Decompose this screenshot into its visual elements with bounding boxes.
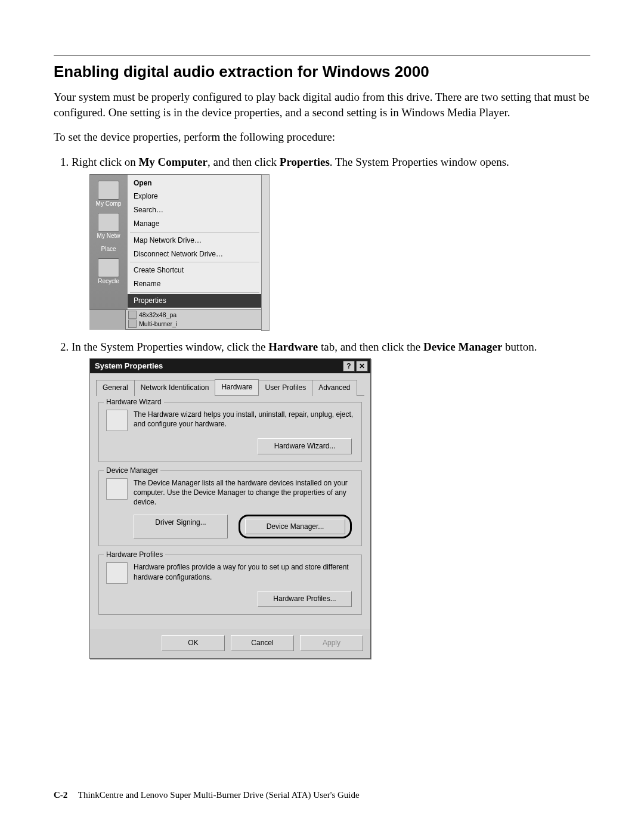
step2-pre: In the System Properties window, click t…: [72, 340, 268, 353]
tab-advanced[interactable]: Advanced: [312, 380, 357, 396]
group-device-manager: Device Manager The Device Manager lists …: [98, 470, 362, 546]
section-title: Enabling digital audio extraction for Wi…: [54, 63, 590, 81]
top-rule: [54, 55, 590, 55]
device-manager-highlight: Device Manager...: [239, 515, 352, 539]
my-computer-label: My Comp: [90, 200, 127, 208]
device-manager-icon: [106, 478, 128, 500]
menu-rename[interactable]: Rename: [128, 277, 262, 291]
hardware-profiles-icon: [106, 562, 128, 584]
step2-device-manager: Device Manager: [423, 340, 502, 353]
dialog-title: System Properties: [95, 361, 163, 371]
recycle-label: Recycle: [90, 277, 127, 286]
guide-title: ThinkCentre and Lenovo Super Multi-Burne…: [78, 790, 360, 800]
figure-context-menu: My Comp My Netw Place Recycle Open Explo…: [89, 174, 262, 330]
driver-signing-button[interactable]: Driver Signing...: [134, 515, 228, 539]
hardware-wizard-text: The Hardware wizard helps you install, u…: [134, 410, 354, 429]
recycle-bin-icon[interactable]: [98, 258, 119, 277]
tray-text-2: Multi-burner_i: [139, 320, 177, 329]
step1-properties: Properties: [280, 156, 330, 168]
step1-pre: Right click on: [72, 156, 138, 168]
step2-hardware: Hardware: [268, 340, 318, 353]
menu-separator-1: [130, 232, 259, 233]
cancel-button[interactable]: Cancel: [231, 635, 294, 651]
step1-mycomputer: My Computer: [138, 156, 208, 168]
tray-item-1[interactable]: 48x32x48_pa: [126, 311, 262, 320]
lead-paragraph: To set the device properties, perform th…: [54, 129, 590, 145]
tab-network-identification[interactable]: Network Identification: [134, 380, 216, 396]
taskbar-tray: 48x32x48_pa Multi-burner_i: [125, 310, 262, 330]
menu-disconnect-drive[interactable]: Disconnect Network Drive…: [128, 247, 262, 261]
close-button[interactable]: ✕: [356, 361, 368, 371]
menu-create-shortcut[interactable]: Create Shortcut: [128, 264, 262, 277]
device-manager-text: The Device Manager lists all the hardwar…: [134, 478, 354, 507]
step1-post: . The System Properties window opens.: [330, 156, 509, 168]
dialog-tabs: General Network Identification Hardware …: [96, 379, 364, 396]
desktop-icons-column: My Comp My Netw Place Recycle: [90, 175, 127, 309]
places-label: Place: [90, 245, 127, 253]
tray-item-2[interactable]: Multi-burner_i: [126, 320, 262, 329]
menu-manage[interactable]: Manage: [128, 217, 262, 231]
menu-separator-3: [130, 292, 259, 293]
ok-button[interactable]: OK: [162, 635, 225, 651]
step1-mid: , and then click: [208, 156, 280, 168]
step-2: In the System Properties window, click t…: [72, 339, 590, 659]
menu-separator-2: [130, 262, 259, 262]
page-number: C-2: [54, 790, 67, 800]
menu-search[interactable]: Search…: [128, 203, 262, 217]
hardware-profiles-text: Hardware profiles provide a way for you …: [134, 562, 354, 581]
legend-device-manager: Device Manager: [104, 466, 160, 476]
page-footer: C-2 ThinkCentre and Lenovo Super Multi-B…: [54, 790, 590, 800]
step2-post: button.: [502, 340, 537, 353]
intro-paragraph: Your system must be properly configured …: [54, 89, 590, 120]
hardware-wizard-icon: [106, 410, 128, 431]
device-manager-button[interactable]: Device Manager...: [245, 519, 345, 535]
legend-hardware-wizard: Hardware Wizard: [104, 397, 164, 407]
step2-mid: tab, and then click the: [318, 340, 423, 353]
menu-explore[interactable]: Explore: [128, 190, 262, 203]
tray-text-1: 48x32x48_pa: [139, 311, 177, 320]
tab-general[interactable]: General: [96, 380, 135, 396]
group-hardware-profiles: Hardware Profiles Hardware profiles prov…: [98, 555, 362, 615]
my-network-label: My Netw: [90, 232, 127, 240]
tab-user-profiles[interactable]: User Profiles: [258, 380, 312, 396]
legend-hardware-profiles: Hardware Profiles: [104, 550, 165, 560]
apply-button[interactable]: Apply: [300, 635, 363, 651]
hardware-wizard-button[interactable]: Hardware Wizard...: [258, 438, 352, 454]
tab-hardware[interactable]: Hardware: [215, 379, 259, 395]
fig1-right-strip: [261, 174, 270, 331]
figure-system-properties: System Properties ? ✕ General Network Id…: [89, 358, 371, 659]
tray-icon-1: [128, 311, 137, 319]
context-menu: Open Explore Search… Manage Map Network …: [127, 175, 262, 309]
tray-icon-2: [128, 320, 137, 328]
dialog-titlebar: System Properties ? ✕: [90, 359, 370, 373]
my-computer-icon[interactable]: [98, 181, 119, 200]
menu-map-drive[interactable]: Map Network Drive…: [128, 234, 262, 247]
dialog-footer: OK Cancel Apply: [90, 629, 370, 658]
my-network-places-icon[interactable]: [98, 213, 119, 232]
hardware-profiles-button[interactable]: Hardware Profiles...: [258, 591, 352, 607]
step-1: Right click on My Computer, and then cli…: [72, 154, 590, 330]
menu-open[interactable]: Open: [128, 176, 262, 190]
menu-properties[interactable]: Properties: [128, 294, 262, 308]
help-button[interactable]: ?: [343, 361, 355, 371]
group-hardware-wizard: Hardware Wizard The Hardware wizard help…: [98, 402, 362, 462]
